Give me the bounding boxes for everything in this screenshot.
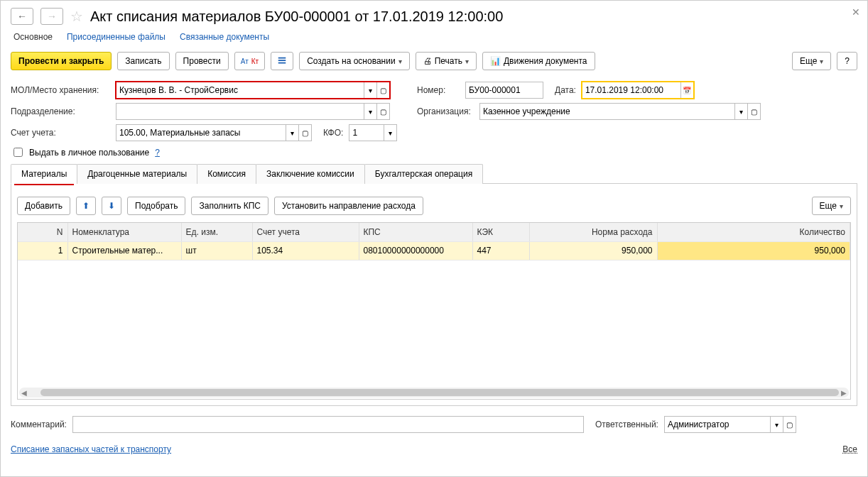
open-icon[interactable]: ▢: [299, 124, 312, 141]
col-nomen[interactable]: Номенклатура: [67, 223, 181, 241]
personal-use-checkbox[interactable]: Выдать в личное пользование: [11, 146, 149, 159]
all-link[interactable]: Все: [842, 444, 857, 454]
tab-more-button[interactable]: Еще: [812, 197, 851, 215]
spare-parts-link[interactable]: Списание запасных частей к транспорту: [11, 444, 171, 454]
tab-materials[interactable]: Материалы: [11, 164, 77, 184]
tab-commission[interactable]: Комиссия: [197, 164, 256, 184]
open-icon[interactable]: ▢: [377, 82, 390, 99]
open-icon[interactable]: ▢: [748, 103, 761, 120]
col-norm[interactable]: Норма расхода: [529, 223, 657, 241]
org-field[interactable]: ▾ ▢: [479, 103, 761, 120]
close-icon[interactable]: ✕: [852, 6, 860, 18]
kfo-label: КФО:: [323, 128, 343, 138]
scroll-right-icon[interactable]: ▶: [839, 388, 849, 398]
chevron-down-icon[interactable]: ▾: [735, 103, 748, 120]
chevron-down-icon[interactable]: ▾: [286, 124, 299, 141]
org-label: Организация:: [417, 106, 474, 116]
chevron-down-icon[interactable]: ▾: [771, 416, 783, 433]
svg-rect-2: [278, 62, 286, 64]
print-button[interactable]: 🖨Печать: [416, 52, 477, 70]
back-button[interactable]: ←: [11, 8, 33, 25]
scroll-left-icon[interactable]: ◀: [19, 388, 29, 398]
forward-button[interactable]: →: [40, 8, 63, 25]
chevron-down-icon[interactable]: ▾: [364, 82, 377, 99]
dept-label: Подразделение:: [11, 106, 110, 116]
more-button[interactable]: Еще: [792, 52, 831, 70]
pick-button[interactable]: Подобрать: [127, 197, 185, 215]
col-kps[interactable]: КПС: [359, 223, 472, 241]
chevron-down-icon[interactable]: ▾: [384, 124, 397, 141]
tab-bookkeeping[interactable]: Бухгалтерская операция: [364, 164, 483, 184]
materials-table: N Номенклатура Ед. изм. Счет учета КПС К…: [18, 223, 850, 261]
date-label: Дата:: [555, 85, 576, 95]
dtkt-icon-button[interactable]: АтКт: [234, 52, 265, 70]
number-field[interactable]: [465, 82, 543, 99]
tab-precious[interactable]: Драгоценные материалы: [77, 164, 197, 184]
number-label: Номер:: [417, 85, 460, 95]
open-icon[interactable]: ▢: [377, 103, 390, 120]
svg-rect-1: [278, 60, 286, 61]
account-label: Счет учета:: [11, 128, 110, 138]
set-expense-dir-button[interactable]: Установить направление расхода: [274, 197, 423, 215]
post-button[interactable]: Провести: [175, 52, 229, 70]
table-row[interactable]: 1 Строительные матер... шт 105.34 080100…: [18, 241, 850, 260]
topnav-related[interactable]: Связанные документы: [180, 32, 269, 43]
topnav-files[interactable]: Присоединенные файлы: [67, 32, 166, 43]
page-title: Акт списания материалов БУ00-000001 от 1…: [90, 9, 503, 25]
move-down-button[interactable]: ⬇: [102, 197, 121, 215]
post-close-button[interactable]: Провести и закрыть: [11, 52, 112, 70]
col-qty[interactable]: Количество: [657, 223, 850, 241]
topnav-main[interactable]: Основное: [13, 32, 53, 43]
col-account[interactable]: Счет учета: [252, 223, 359, 241]
comment-field[interactable]: [72, 416, 584, 433]
col-unit[interactable]: Ед. изм.: [181, 223, 252, 241]
move-up-button[interactable]: ⬆: [76, 197, 96, 215]
mol-label: МОЛ/Место хранения:: [11, 85, 110, 95]
col-n[interactable]: N: [18, 223, 67, 241]
save-button[interactable]: Записать: [117, 52, 169, 70]
kfo-field[interactable]: ▾: [349, 124, 397, 141]
responsible-label: Ответственный:: [595, 420, 658, 429]
comment-label: Комментарий:: [11, 420, 67, 429]
col-kek[interactable]: КЭК: [472, 223, 529, 241]
dept-field[interactable]: ▾ ▢: [116, 103, 390, 120]
scroll-thumb[interactable]: [40, 389, 839, 396]
chart-icon: 📊: [490, 56, 501, 66]
mol-field[interactable]: ▾ ▢: [116, 82, 390, 99]
tab-conclusion[interactable]: Заключение комиссии: [256, 164, 365, 184]
horizontal-scrollbar[interactable]: ◀ ▶: [19, 388, 849, 398]
account-field[interactable]: ▾ ▢: [116, 124, 312, 141]
chevron-down-icon[interactable]: ▾: [364, 103, 377, 120]
date-field[interactable]: 📅: [582, 82, 694, 99]
responsible-field[interactable]: ▾ ▢: [664, 416, 796, 433]
star-icon[interactable]: ☆: [70, 8, 83, 25]
fill-kps-button[interactable]: Заполнить КПС: [191, 197, 268, 215]
list-icon-button[interactable]: [271, 52, 293, 70]
svg-rect-0: [278, 57, 286, 59]
movements-button[interactable]: 📊Движения документа: [482, 52, 595, 70]
open-icon[interactable]: ▢: [783, 416, 796, 433]
create-based-button[interactable]: Создать на основании: [299, 52, 410, 70]
help-button[interactable]: ?: [837, 52, 857, 70]
calendar-icon[interactable]: 📅: [681, 82, 694, 99]
add-button[interactable]: Добавить: [17, 197, 70, 215]
help-link[interactable]: ?: [155, 148, 160, 158]
printer-icon: 🖨: [423, 56, 432, 66]
